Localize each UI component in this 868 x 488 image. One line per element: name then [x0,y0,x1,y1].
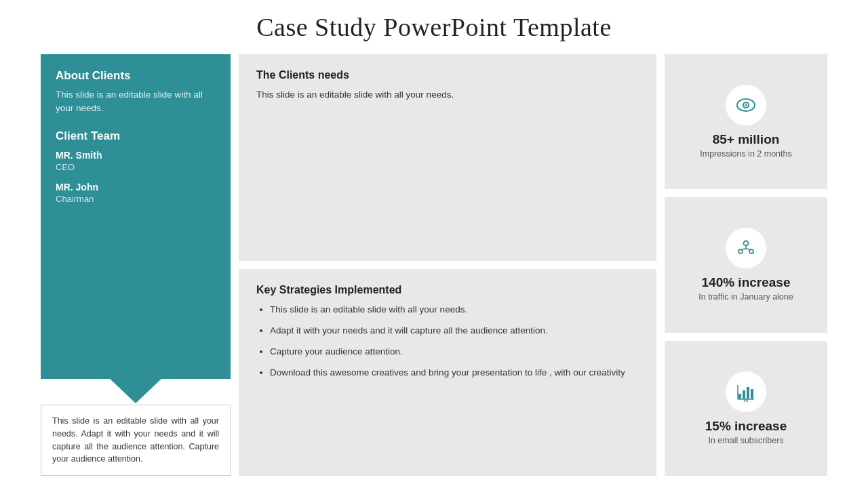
client-team-title: Client Team [56,129,216,143]
clients-needs-title: The Clients needs [256,69,639,81]
stat-card-traffic: 140% increase In traffic in January alon… [665,197,827,332]
list-item: This slide is an editable slide with all… [270,303,639,317]
stat-card-email: 15% increase In email subscribers [665,341,827,476]
chart-icon [736,382,756,402]
stat-number-traffic: 140% increase [702,275,791,290]
left-top-panel: About Clients This slide is an editable … [41,54,231,379]
page-title: Case Study PowerPoint Template [41,12,827,42]
stat-label-traffic: In traffic in January alone [698,292,793,302]
svg-point-2 [745,104,747,106]
key-strategies-title: Key Strategies Implemented [256,284,639,296]
svg-rect-12 [751,389,753,399]
eye-icon [736,95,756,115]
team-member-1: MR. Smith CEO [56,150,216,172]
member-2-role: Chairman [56,194,216,204]
page-wrapper: Case Study PowerPoint Template About Cli… [0,0,868,488]
list-item: Download this awesome creatives and brin… [270,366,639,380]
clients-needs-text: This slide is an editable slide with all… [256,88,639,102]
svg-rect-11 [747,387,749,399]
svg-line-7 [741,249,746,249]
list-item: Capture your audience attention. [270,345,639,359]
about-clients-text: This slide is an editable slide with all… [56,88,216,115]
member-2-name: MR. John [56,182,216,192]
eye-icon-circle [726,85,766,125]
team-icon [736,238,756,258]
about-clients-title: About Clients [56,69,216,83]
svg-point-5 [749,249,753,253]
list-item: Adapt it with your needs and it will cap… [270,324,639,338]
stat-card-impressions: 85+ million Impressions in 2 months [665,54,827,189]
svg-point-4 [738,249,743,253]
main-content: About Clients This slide is an editable … [41,54,827,476]
stat-label-impressions: Impressions in 2 months [700,149,791,159]
team-icon-circle [726,228,766,268]
team-member-2: MR. John Chairman [56,182,216,204]
svg-rect-10 [743,390,745,399]
arrow-down-icon [108,378,163,403]
stat-label-email: In email subscribers [708,436,783,445]
left-bottom-text: This slide is an editable slide with all… [41,405,231,476]
chart-icon-circle [726,371,766,412]
svg-line-8 [746,249,751,249]
stat-number-impressions: 85+ million [713,132,780,147]
right-panel: 85+ million Impressions in 2 months 140%… [665,54,827,476]
key-strategies-list: This slide is an editable slide with all… [256,303,639,380]
svg-point-3 [744,241,749,246]
middle-panel: The Clients needs This slide is an edita… [239,54,656,476]
left-panel: About Clients This slide is an editable … [41,54,231,476]
key-strategies-card: Key Strategies Implemented This slide is… [239,269,656,476]
stat-number-email: 15% increase [705,419,787,434]
member-1-role: CEO [56,162,216,172]
svg-rect-9 [738,394,741,399]
clients-needs-card: The Clients needs This slide is an edita… [239,54,656,261]
member-1-name: MR. Smith [56,150,216,161]
